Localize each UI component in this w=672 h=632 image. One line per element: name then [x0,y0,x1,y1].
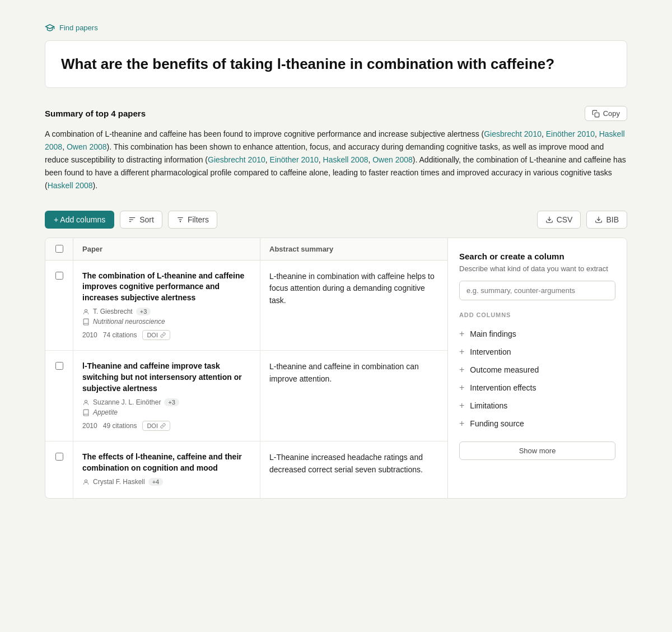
summary-header: Summary of top 4 papers Copy [45,106,627,121]
cite-owen-2008-2[interactable]: Owen 2008 [372,155,413,164]
plus-icon-effects: + [459,383,464,392]
paper-meta-2: Suzanne J. L. Einöther +3 [82,398,251,406]
plus-icon-limitations: + [459,401,464,410]
journal-name-2: Appetite [93,408,118,416]
doi-link-icon-2 [160,423,166,429]
show-more-button[interactable]: Show more [459,442,615,460]
cite-giesbrecht-2010-1[interactable]: Giesbrecht 2010 [484,129,542,138]
copy-label: Copy [603,109,620,118]
svg-point-7 [180,221,180,221]
author-3: Crystal F. Haskell [93,478,145,486]
td-abstract-3: L-Theanine increased headache ratings an… [260,442,447,498]
copy-icon [592,110,600,118]
td-checkbox-2 [45,351,73,441]
author-1: T. Giesbrecht [93,308,133,315]
author-extra-3: +4 [148,478,164,486]
column-label-limitations: Limitations [470,401,507,410]
svg-point-11 [85,400,87,402]
plus-icon-outcome: + [459,365,464,374]
summary-section: Summary of top 4 papers Copy A combinati… [45,106,627,192]
paper-stats-1: 2010 74 citations DOI [82,330,251,340]
column-option-main-findings[interactable]: + Main findings [459,325,615,343]
csv-button[interactable]: CSV [537,211,581,229]
th-abstract: Abstract summary [260,238,447,260]
toolbar: + Add columns Sort Filters CSV [45,211,627,229]
sort-icon [128,216,136,224]
column-option-limitations[interactable]: + Limitations [459,397,615,415]
td-checkbox-1 [45,261,73,351]
results-table: Paper Abstract summary The combination o… [45,238,627,499]
sidebar-title: Search or create a column [459,252,615,261]
column-option-outcome[interactable]: + Outcome measured [459,361,615,379]
bib-download-icon [595,216,603,224]
td-paper-2: l-Theanine and caffeine improve task swi… [73,351,260,441]
column-search-input[interactable] [459,281,615,300]
bib-label: BIB [606,215,619,224]
column-option-funding[interactable]: + Funding source [459,415,615,433]
column-option-effects[interactable]: + Intervention effects [459,379,615,397]
plus-icon-intervention: + [459,347,464,356]
cite-haskell-2008-2[interactable]: Haskell 2008 [323,155,368,164]
csv-label: CSV [557,215,573,224]
summary-title: Summary of top 4 papers [45,109,146,118]
author-icon-2 [82,399,90,406]
th-paper: Paper [73,238,260,260]
td-checkbox-3 [45,442,73,498]
query-text: What are the benefits of taking l-theani… [61,54,611,74]
toolbar-right: CSV BIB [537,211,627,229]
paper-journal-1: Nutritional neuroscience [82,318,251,326]
row-3-checkbox[interactable] [55,453,63,461]
paper-title-3: The effects of l-theanine, caffeine and … [82,452,251,473]
doi-badge-1[interactable]: DOI [142,330,170,340]
year-1: 2010 [82,331,97,339]
author-icon-3 [82,478,90,486]
plus-icon-main-findings: + [459,329,464,338]
paper-title-2: l-Theanine and caffeine improve task swi… [82,361,251,394]
summary-body: A combination of L-theanine and caffeine… [45,128,627,192]
author-extra-1: +3 [136,308,151,315]
svg-rect-0 [595,113,599,117]
abstract-text-2: L-theanine and caffeine in combination c… [269,361,438,385]
year-2: 2010 [82,422,97,430]
cite-owen-2008-1[interactable]: Owen 2008 [67,142,107,151]
select-all-checkbox[interactable] [55,245,63,253]
table-main: Paper Abstract summary The combination o… [45,238,447,499]
row-2-checkbox[interactable] [55,362,63,370]
column-label-outcome: Outcome measured [470,365,539,374]
paper-meta-1: T. Giesbrecht +3 [82,308,251,315]
filters-button[interactable]: Filters [168,211,217,229]
add-columns-sidebar: Search or create a column Describe what … [447,238,627,499]
sidebar-desc: Describe what kind of data you want to e… [459,264,615,273]
th-checkbox [45,238,73,260]
graduation-cap-icon [45,22,55,32]
abstract-text-1: L-theanine in combination with caffeine … [269,271,438,307]
row-1-checkbox[interactable] [55,272,63,280]
query-box: What are the benefits of taking l-theani… [45,40,627,88]
column-option-intervention[interactable]: + Intervention [459,343,615,361]
journal-icon-2 [82,409,90,416]
citations-2: 49 citations [103,422,137,430]
column-label-intervention: Intervention [470,347,511,356]
cite-giesbrecht-2010-2[interactable]: Giesbrecht 2010 [208,155,265,164]
journal-name-1: Nutritional neuroscience [93,318,165,326]
svg-point-10 [85,309,87,312]
doi-badge-2[interactable]: DOI [142,421,170,431]
cite-einother-2010-2[interactable]: Einöther 2010 [270,155,319,164]
filters-icon [176,216,184,224]
column-label-main-findings: Main findings [470,329,516,338]
copy-button[interactable]: Copy [585,106,627,121]
author-icon-1 [82,308,90,315]
cite-haskell-2008-3[interactable]: Haskell 2008 [48,181,93,190]
svg-point-12 [85,480,87,482]
cite-einother-2010-1[interactable]: Einöther 2010 [546,129,595,138]
add-columns-label: + Add columns [54,215,105,224]
add-columns-button[interactable]: + Add columns [45,211,114,229]
find-papers-nav[interactable]: Find papers [45,22,627,32]
paper-stats-2: 2010 49 citations DOI [82,421,251,431]
citations-1: 74 citations [103,331,137,339]
bib-button[interactable]: BIB [586,211,627,229]
doi-link-icon-1 [160,332,166,338]
sort-label: Sort [139,215,154,224]
paper-meta-3: Crystal F. Haskell +4 [82,478,251,486]
sort-button[interactable]: Sort [120,211,162,229]
